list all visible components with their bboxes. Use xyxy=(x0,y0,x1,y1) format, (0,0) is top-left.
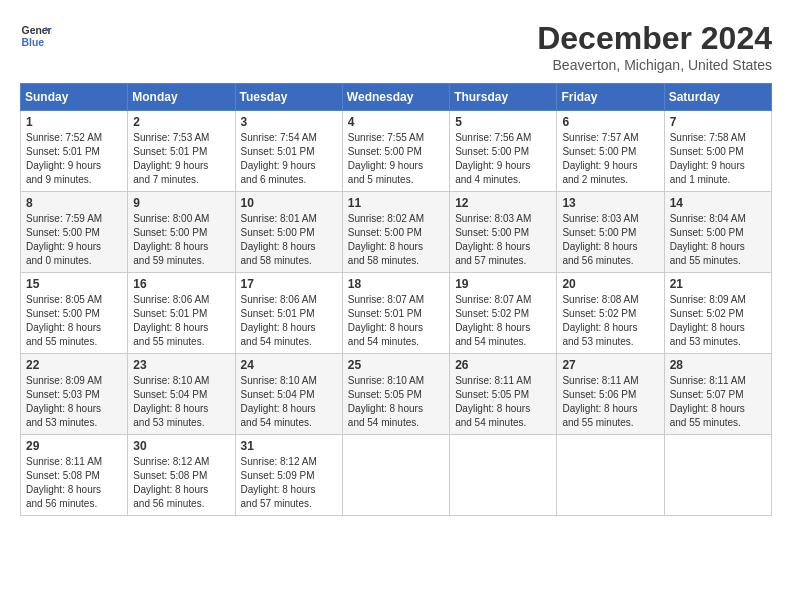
day-number: 21 xyxy=(670,277,766,291)
day-info: Sunrise: 8:07 AM Sunset: 5:01 PM Dayligh… xyxy=(348,293,444,349)
day-info: Sunrise: 7:57 AM Sunset: 5:00 PM Dayligh… xyxy=(562,131,658,187)
calendar-header-sunday: Sunday xyxy=(21,84,128,111)
day-info: Sunrise: 8:04 AM Sunset: 5:00 PM Dayligh… xyxy=(670,212,766,268)
calendar-header-thursday: Thursday xyxy=(450,84,557,111)
calendar-header-friday: Friday xyxy=(557,84,664,111)
header: General Blue December 2024 Beaverton, Mi… xyxy=(20,20,772,73)
day-info: Sunrise: 8:11 AM Sunset: 5:05 PM Dayligh… xyxy=(455,374,551,430)
day-info: Sunrise: 8:11 AM Sunset: 5:06 PM Dayligh… xyxy=(562,374,658,430)
day-info: Sunrise: 8:11 AM Sunset: 5:08 PM Dayligh… xyxy=(26,455,122,511)
calendar-cell: 1Sunrise: 7:52 AM Sunset: 5:01 PM Daylig… xyxy=(21,111,128,192)
day-info: Sunrise: 8:01 AM Sunset: 5:00 PM Dayligh… xyxy=(241,212,337,268)
day-number: 14 xyxy=(670,196,766,210)
calendar-week-3: 15Sunrise: 8:05 AM Sunset: 5:00 PM Dayli… xyxy=(21,273,772,354)
day-number: 10 xyxy=(241,196,337,210)
day-number: 4 xyxy=(348,115,444,129)
day-info: Sunrise: 8:10 AM Sunset: 5:05 PM Dayligh… xyxy=(348,374,444,430)
day-number: 28 xyxy=(670,358,766,372)
day-number: 16 xyxy=(133,277,229,291)
calendar-cell: 9Sunrise: 8:00 AM Sunset: 5:00 PM Daylig… xyxy=(128,192,235,273)
day-number: 11 xyxy=(348,196,444,210)
calendar-week-5: 29Sunrise: 8:11 AM Sunset: 5:08 PM Dayli… xyxy=(21,435,772,516)
day-number: 18 xyxy=(348,277,444,291)
calendar-cell: 7Sunrise: 7:58 AM Sunset: 5:00 PM Daylig… xyxy=(664,111,771,192)
day-info: Sunrise: 8:02 AM Sunset: 5:00 PM Dayligh… xyxy=(348,212,444,268)
day-number: 3 xyxy=(241,115,337,129)
day-info: Sunrise: 7:59 AM Sunset: 5:00 PM Dayligh… xyxy=(26,212,122,268)
day-number: 8 xyxy=(26,196,122,210)
calendar-cell: 15Sunrise: 8:05 AM Sunset: 5:00 PM Dayli… xyxy=(21,273,128,354)
day-number: 7 xyxy=(670,115,766,129)
calendar-cell: 3Sunrise: 7:54 AM Sunset: 5:01 PM Daylig… xyxy=(235,111,342,192)
day-info: Sunrise: 8:11 AM Sunset: 5:07 PM Dayligh… xyxy=(670,374,766,430)
calendar-cell: 14Sunrise: 8:04 AM Sunset: 5:00 PM Dayli… xyxy=(664,192,771,273)
main-title: December 2024 xyxy=(537,20,772,57)
calendar-week-1: 1Sunrise: 7:52 AM Sunset: 5:01 PM Daylig… xyxy=(21,111,772,192)
calendar-cell xyxy=(557,435,664,516)
day-number: 20 xyxy=(562,277,658,291)
calendar-cell: 13Sunrise: 8:03 AM Sunset: 5:00 PM Dayli… xyxy=(557,192,664,273)
svg-text:Blue: Blue xyxy=(22,37,45,48)
day-info: Sunrise: 8:03 AM Sunset: 5:00 PM Dayligh… xyxy=(455,212,551,268)
day-info: Sunrise: 8:05 AM Sunset: 5:00 PM Dayligh… xyxy=(26,293,122,349)
calendar-cell: 2Sunrise: 7:53 AM Sunset: 5:01 PM Daylig… xyxy=(128,111,235,192)
calendar-cell: 29Sunrise: 8:11 AM Sunset: 5:08 PM Dayli… xyxy=(21,435,128,516)
day-info: Sunrise: 8:10 AM Sunset: 5:04 PM Dayligh… xyxy=(133,374,229,430)
calendar-cell: 6Sunrise: 7:57 AM Sunset: 5:00 PM Daylig… xyxy=(557,111,664,192)
calendar-cell xyxy=(342,435,449,516)
calendar-cell: 11Sunrise: 8:02 AM Sunset: 5:00 PM Dayli… xyxy=(342,192,449,273)
calendar-header-saturday: Saturday xyxy=(664,84,771,111)
calendar-cell: 19Sunrise: 8:07 AM Sunset: 5:02 PM Dayli… xyxy=(450,273,557,354)
day-info: Sunrise: 7:53 AM Sunset: 5:01 PM Dayligh… xyxy=(133,131,229,187)
day-number: 25 xyxy=(348,358,444,372)
day-info: Sunrise: 8:12 AM Sunset: 5:08 PM Dayligh… xyxy=(133,455,229,511)
calendar-cell: 23Sunrise: 8:10 AM Sunset: 5:04 PM Dayli… xyxy=(128,354,235,435)
day-number: 23 xyxy=(133,358,229,372)
calendar-week-4: 22Sunrise: 8:09 AM Sunset: 5:03 PM Dayli… xyxy=(21,354,772,435)
day-number: 27 xyxy=(562,358,658,372)
calendar-cell: 25Sunrise: 8:10 AM Sunset: 5:05 PM Dayli… xyxy=(342,354,449,435)
day-number: 13 xyxy=(562,196,658,210)
day-number: 2 xyxy=(133,115,229,129)
day-number: 5 xyxy=(455,115,551,129)
day-number: 31 xyxy=(241,439,337,453)
day-info: Sunrise: 8:12 AM Sunset: 5:09 PM Dayligh… xyxy=(241,455,337,511)
calendar-cell: 31Sunrise: 8:12 AM Sunset: 5:09 PM Dayli… xyxy=(235,435,342,516)
day-number: 1 xyxy=(26,115,122,129)
logo: General Blue xyxy=(20,20,52,52)
calendar-header-monday: Monday xyxy=(128,84,235,111)
calendar-cell xyxy=(664,435,771,516)
calendar-week-2: 8Sunrise: 7:59 AM Sunset: 5:00 PM Daylig… xyxy=(21,192,772,273)
day-number: 6 xyxy=(562,115,658,129)
day-info: Sunrise: 8:09 AM Sunset: 5:02 PM Dayligh… xyxy=(670,293,766,349)
day-number: 29 xyxy=(26,439,122,453)
day-info: Sunrise: 7:54 AM Sunset: 5:01 PM Dayligh… xyxy=(241,131,337,187)
day-number: 17 xyxy=(241,277,337,291)
calendar-cell: 26Sunrise: 8:11 AM Sunset: 5:05 PM Dayli… xyxy=(450,354,557,435)
day-info: Sunrise: 7:52 AM Sunset: 5:01 PM Dayligh… xyxy=(26,131,122,187)
calendar-cell: 28Sunrise: 8:11 AM Sunset: 5:07 PM Dayli… xyxy=(664,354,771,435)
calendar-cell: 5Sunrise: 7:56 AM Sunset: 5:00 PM Daylig… xyxy=(450,111,557,192)
calendar-header-row: SundayMondayTuesdayWednesdayThursdayFrid… xyxy=(21,84,772,111)
day-info: Sunrise: 8:06 AM Sunset: 5:01 PM Dayligh… xyxy=(133,293,229,349)
calendar-cell: 20Sunrise: 8:08 AM Sunset: 5:02 PM Dayli… xyxy=(557,273,664,354)
day-number: 30 xyxy=(133,439,229,453)
logo-icon: General Blue xyxy=(20,20,52,52)
day-info: Sunrise: 8:09 AM Sunset: 5:03 PM Dayligh… xyxy=(26,374,122,430)
calendar: SundayMondayTuesdayWednesdayThursdayFrid… xyxy=(20,83,772,516)
calendar-header-wednesday: Wednesday xyxy=(342,84,449,111)
day-info: Sunrise: 8:03 AM Sunset: 5:00 PM Dayligh… xyxy=(562,212,658,268)
calendar-cell: 21Sunrise: 8:09 AM Sunset: 5:02 PM Dayli… xyxy=(664,273,771,354)
day-info: Sunrise: 8:07 AM Sunset: 5:02 PM Dayligh… xyxy=(455,293,551,349)
day-number: 9 xyxy=(133,196,229,210)
calendar-header-tuesday: Tuesday xyxy=(235,84,342,111)
calendar-cell: 22Sunrise: 8:09 AM Sunset: 5:03 PM Dayli… xyxy=(21,354,128,435)
day-number: 24 xyxy=(241,358,337,372)
calendar-cell xyxy=(450,435,557,516)
day-info: Sunrise: 8:10 AM Sunset: 5:04 PM Dayligh… xyxy=(241,374,337,430)
day-info: Sunrise: 8:08 AM Sunset: 5:02 PM Dayligh… xyxy=(562,293,658,349)
day-info: Sunrise: 7:58 AM Sunset: 5:00 PM Dayligh… xyxy=(670,131,766,187)
calendar-cell: 30Sunrise: 8:12 AM Sunset: 5:08 PM Dayli… xyxy=(128,435,235,516)
day-info: Sunrise: 8:06 AM Sunset: 5:01 PM Dayligh… xyxy=(241,293,337,349)
day-number: 15 xyxy=(26,277,122,291)
